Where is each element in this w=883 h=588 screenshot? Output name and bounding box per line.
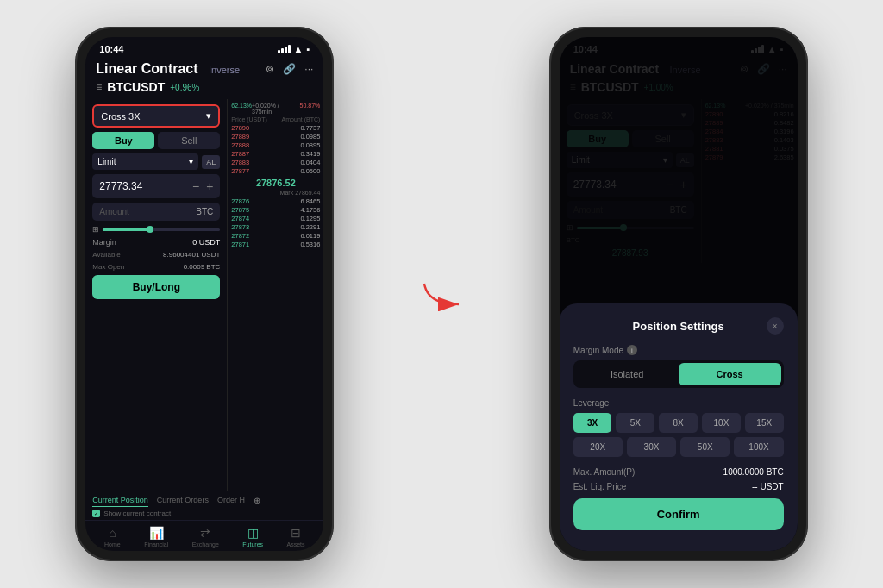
- show-contract-label: Show current contract: [103, 510, 171, 517]
- margin-mode-toggle: Isolated Cross: [573, 360, 784, 388]
- isolated-option[interactable]: Isolated: [576, 363, 679, 385]
- nav-home[interactable]: ⌂ Home: [104, 526, 121, 547]
- margin-mode-info-icon[interactable]: i: [627, 345, 637, 355]
- plus-icon[interactable]: +: [206, 179, 213, 193]
- table-row: 278730.2291: [231, 223, 320, 231]
- leverage-8x[interactable]: 8X: [659, 413, 698, 433]
- left-ticker-change: +0.96%: [170, 83, 199, 92]
- cross-option[interactable]: Cross: [679, 363, 781, 385]
- order-type-select[interactable]: Limit ▾: [92, 153, 198, 170]
- sell-tab[interactable]: Sell: [158, 132, 220, 149]
- app-container: 10:44 ▲ ▪ Linear Contract: [0, 0, 883, 588]
- tab-order-history[interactable]: Order H: [217, 496, 245, 507]
- al-badge: AL: [202, 155, 220, 169]
- assets-icon: ⊟: [291, 526, 301, 540]
- sell-orders: 278900.7737 278890.0985 278880.0895 2788…: [231, 124, 320, 176]
- table-row: 278870.3419: [231, 150, 320, 158]
- table-row: 278766.8465: [231, 197, 320, 205]
- financial-icon: 📊: [149, 526, 164, 540]
- ob-mark-price: Mark 27869.44: [231, 190, 320, 197]
- max-open-label: Max Open: [92, 263, 124, 271]
- red-arrow-icon: [420, 277, 463, 311]
- order-type-row: Limit ▾ AL: [92, 153, 220, 170]
- buy-tab[interactable]: Buy: [92, 132, 154, 149]
- nav-financial[interactable]: 📊 Financial: [144, 526, 168, 547]
- est-liq-label: Est. Liq. Price: [573, 482, 627, 491]
- margin-mode-label: Margin Mode: [573, 346, 623, 355]
- position-bar: Current Position Current Orders Order H …: [85, 491, 323, 520]
- nav-assets[interactable]: ⊟ Assets: [287, 526, 305, 547]
- leverage-selector[interactable]: Cross 3X ▾: [92, 104, 220, 128]
- price-input[interactable]: 27773.34 − +: [92, 174, 220, 198]
- left-main-content: Cross 3X ▾ Buy Sell Limit ▾ A: [85, 99, 323, 491]
- leverage-3x[interactable]: 3X: [573, 413, 612, 433]
- leverage-100x[interactable]: 100X: [734, 437, 783, 457]
- show-contract-row: ✓ Show current contract: [92, 510, 316, 517]
- amount-placeholder: Amount: [99, 207, 128, 216]
- confirm-button[interactable]: Confirm: [573, 498, 784, 530]
- pct-left: 62.13%: [231, 103, 252, 115]
- leverage-label: Cross 3X: [101, 111, 140, 122]
- leverage-50x[interactable]: 50X: [680, 437, 730, 457]
- left-orderbook-panel: 62.13% +0.020% / 375min 50.87% Price (US…: [228, 99, 323, 491]
- copy-icon[interactable]: ⊕: [254, 496, 260, 507]
- wifi-icon: ▲: [294, 44, 304, 54]
- buy-sell-tabs: Buy Sell: [92, 132, 220, 149]
- slider-row: ⊞: [92, 225, 220, 234]
- leverage-30x[interactable]: 30X: [627, 437, 676, 457]
- battery-icon: ▪: [306, 44, 310, 54]
- tab-current-orders[interactable]: Current Orders: [157, 496, 209, 507]
- leverage-10x[interactable]: 10X: [702, 413, 741, 433]
- margin-label: Margin: [92, 238, 116, 247]
- left-nav-bar: ⌂ Home 📊 Financial ⇄ Exchange ◫ Futures …: [85, 520, 323, 551]
- minus-icon[interactable]: −: [192, 179, 199, 193]
- left-ticker-name: BTCUSDT: [107, 80, 165, 94]
- left-header-title: Linear Contract: [96, 61, 197, 76]
- slider-thumb: [147, 226, 153, 233]
- more-icon[interactable]: ···: [304, 63, 313, 75]
- leverage-15x[interactable]: 15X: [745, 413, 784, 433]
- max-amount-row: Max. Amount(P) 1000.0000 BTC: [573, 467, 784, 477]
- leverage-section-label: Leverage: [573, 398, 610, 408]
- tab-current-position[interactable]: Current Position: [92, 496, 148, 507]
- amount-input[interactable]: Amount BTC: [92, 203, 220, 221]
- list-icon: ≡: [96, 81, 102, 93]
- notification-icon[interactable]: ⊚: [266, 63, 274, 75]
- ob-price-header: Price (USDT): [231, 116, 267, 122]
- left-time: 10:44: [99, 44, 123, 54]
- available-label: Available: [92, 251, 120, 259]
- leverage-grid-2: 20X 30X 50X 100X: [573, 437, 784, 457]
- modal-close-button[interactable]: ×: [767, 317, 784, 335]
- est-liq-value: -- USDT: [752, 482, 784, 491]
- lock-icon[interactable]: 🔗: [283, 63, 296, 75]
- futures-icon: ◫: [247, 526, 259, 540]
- chevron-down-icon: ▾: [206, 110, 211, 122]
- ob-mid-price: 27876.52: [231, 176, 320, 190]
- table-row: 278890.0985: [231, 133, 320, 141]
- margin-row: Margin 0 USDT: [92, 238, 220, 247]
- left-ticker-row: ≡ BTCUSDT +0.96%: [96, 80, 313, 94]
- position-tabs: Current Position Current Orders Order H …: [92, 496, 316, 507]
- left-header-subtitle: Inverse: [209, 65, 240, 75]
- leverage-20x[interactable]: 20X: [573, 437, 623, 457]
- amount-slider[interactable]: [103, 228, 220, 231]
- table-row: 278710.5316: [231, 241, 320, 248]
- order-type-chevron: ▾: [189, 157, 193, 166]
- leverage-5x[interactable]: 5X: [616, 413, 654, 433]
- leverage-grid-1: 3X 5X 8X 10X 15X: [573, 413, 784, 433]
- buy-long-button[interactable]: Buy/Long: [92, 275, 220, 299]
- max-open-row: Max Open 0.0009 BTC: [92, 263, 220, 271]
- nav-financial-label: Financial: [144, 541, 168, 547]
- nav-exchange[interactable]: ⇄ Exchange: [192, 526, 219, 547]
- right-phone-screen: 10:44 ▲ ▪ L: [560, 37, 798, 551]
- pct-right: 50.87%: [300, 103, 321, 115]
- currency-badge: BTC: [196, 207, 213, 216]
- leverage-label-row: Leverage: [573, 398, 784, 408]
- nav-assets-label: Assets: [287, 541, 305, 547]
- margin-value: 0 USDT: [192, 238, 220, 247]
- nav-futures[interactable]: ◫ Futures: [242, 526, 263, 547]
- left-header-icons: ⊚ 🔗 ···: [266, 63, 313, 75]
- available-row: Available 8.96004401 USDT: [92, 251, 220, 259]
- left-trading-panel: Cross 3X ▾ Buy Sell Limit ▾ A: [85, 99, 228, 491]
- show-contract-checkbox[interactable]: ✓: [92, 510, 100, 517]
